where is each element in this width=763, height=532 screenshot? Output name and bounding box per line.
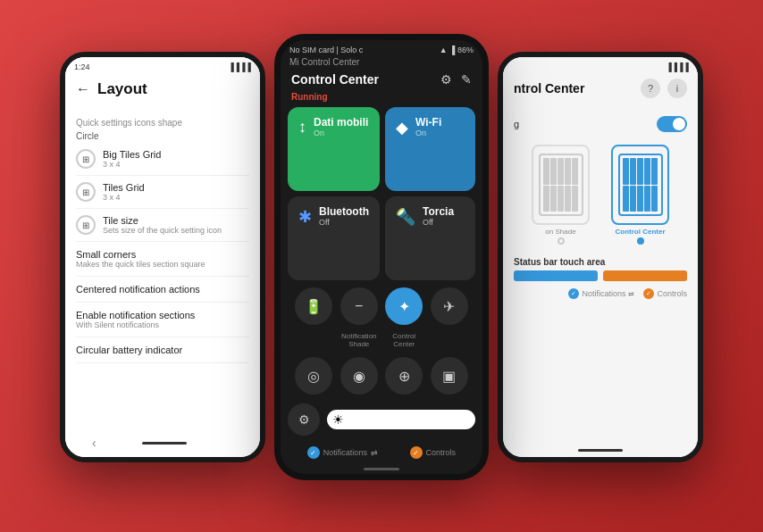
tiles-grid: ↕ Dati mobili On ◆ Wi-Fi On ✱ [281, 107, 482, 280]
control-center-radio[interactable] [637, 237, 644, 245]
control-center-option[interactable]: Control Center [611, 145, 669, 245]
center-carrier: No SIM card | Solo c [289, 46, 363, 54]
big-tiles-label: Big Tiles Grid [103, 149, 161, 160]
toggle-row: g [514, 111, 687, 137]
cast-btn[interactable]: ▣ [431, 357, 468, 395]
minus-btn[interactable]: − [340, 287, 378, 325]
center-home-bar [364, 468, 399, 470]
mobile-data-text: Dati mobili On [314, 116, 368, 137]
left-screen: 1:24 ▐▐▐▐ ← Layout Quick settings icons … [65, 57, 260, 457]
plus-btn[interactable]: ⊕ [385, 357, 423, 395]
torch-status: Off [423, 218, 454, 227]
airplane-btn[interactable]: ✈ [431, 287, 468, 325]
wifi-label: Wi-Fi [415, 116, 441, 129]
small-corners-row[interactable]: Small corners Makes the quick tiles sect… [76, 242, 249, 277]
right-header: ntrol Center ? i [503, 73, 698, 104]
left-status-bar: 1:24 ▐▐▐▐ [65, 57, 260, 73]
enable-notif-label: Enable notification sections [76, 310, 249, 320]
notif-arrow-icon: ⇄ [371, 448, 378, 457]
notif-shade-label: on Shade [545, 228, 575, 236]
control-center-illustration [611, 145, 669, 225]
circular-battery-row[interactable]: Circular battery indicator [76, 337, 249, 363]
notif-bar-check: ✓ [568, 288, 579, 299]
battery-btn[interactable]: 🔋 [295, 287, 332, 325]
hotspot-btn[interactable]: ◉ [340, 357, 378, 395]
right-screen: ▐▐▐▐ ntrol Center ? i g [503, 57, 698, 457]
bluetooth-status: Off [319, 218, 369, 227]
circles-row2: ◎ ◉ ⊕ ▣ [281, 353, 482, 398]
wifi-text: Wi-Fi On [415, 116, 441, 137]
main-toggle[interactable] [657, 116, 687, 132]
tile-mobile-data[interactable]: ↕ Dati mobili On [288, 107, 380, 191]
centered-notif-label: Centered notification actions [76, 284, 249, 295]
label-control-center: Control Center [385, 332, 423, 348]
notif-bar-arrow: ⇄ [628, 290, 634, 298]
tiles-grid-row[interactable]: ⊞ Tiles Grid 3 x 4 [76, 176, 249, 209]
brightness-row: ⚙ ☀ [281, 398, 482, 441]
circles-row1: 🔋 − ✦ ✈ [281, 280, 482, 332]
help-btn[interactable]: ? [641, 79, 660, 98]
controls-label-item: ✓ Controls [643, 288, 687, 299]
notifications-label-item: ✓ Notifications ⇄ [568, 288, 634, 299]
tile-wifi[interactable]: ◆ Wi-Fi On [385, 107, 475, 191]
left-home-bar [142, 442, 187, 445]
right-wifi-icon: ▐▐▐▐ [666, 62, 689, 71]
location-btn[interactable]: ◎ [295, 357, 332, 395]
label-empty2 [431, 332, 468, 348]
big-tiles-grid-row[interactable]: ⊞ Big Tiles Grid 3 x 4 [76, 143, 249, 176]
center-title: Control Center [291, 72, 379, 87]
tiles-grid-label: Tiles Grid [103, 182, 145, 193]
torch-label: Torcia [423, 205, 454, 218]
enable-notif-row[interactable]: Enable notification sections With Silent… [76, 303, 249, 337]
wifi-icon: ◆ [396, 118, 408, 137]
running-label: Running [281, 92, 482, 107]
notif-shade-radio[interactable] [558, 237, 565, 245]
wifi-status: On [415, 129, 441, 137]
controls-bar-label: Controls [657, 289, 687, 298]
notifications-bar-label: Notifications [582, 289, 625, 298]
bluetooth-text: Bluetooth Off [319, 205, 369, 227]
left-time: 1:24 [74, 62, 90, 71]
bluetooth-label: Bluetooth [319, 205, 369, 218]
notif-shade-option[interactable]: on Shade [532, 145, 590, 245]
center-screen: No SIM card | Solo c ▲ ▐ 86% Mi Control … [281, 40, 482, 474]
settings-icon[interactable]: ⚙ [440, 72, 452, 87]
notifications-tab[interactable]: ✓ Notifications ⇄ [307, 446, 378, 459]
edit-icon[interactable]: ✎ [461, 72, 472, 87]
tile-size-row[interactable]: ⊞ Tile size Sets size of the quick setti… [76, 209, 249, 242]
phone-right: ▐▐▐▐ ntrol Center ? i g [498, 52, 703, 462]
notif-shade-illustration [532, 145, 590, 225]
center-header: Control Center ⚙ ✎ [281, 69, 482, 92]
status-bar-section-title: Status bar touch area [514, 252, 687, 270]
mobile-data-status: On [314, 129, 368, 137]
right-content: g [503, 104, 698, 444]
circular-battery-label: Circular battery indicator [76, 345, 249, 355]
right-status-bar: ▐▐▐▐ [503, 57, 698, 73]
center-status-bar: No SIM card | Solo c ▲ ▐ 86% [281, 40, 482, 57]
tile-bluetooth[interactable]: ✱ Bluetooth Off [288, 196, 380, 280]
app-name: Mi Control Center [281, 57, 482, 69]
notif-shade-inner [539, 154, 583, 216]
notif-check-icon: ✓ [307, 446, 320, 459]
quick-settings-shape-label: Quick settings icons shape [76, 118, 249, 128]
brightness-bar[interactable]: ☀ [327, 410, 475, 429]
big-tiles-sub: 3 x 4 [103, 160, 161, 169]
mobile-data-label: Dati mobili [314, 116, 368, 129]
tile-torch[interactable]: 🔦 Torcia Off [385, 196, 475, 280]
info-btn[interactable]: i [667, 79, 687, 98]
tiles-grid-text: Tiles Grid 3 x 4 [103, 182, 145, 202]
centered-notif-row[interactable]: Centered notification actions [76, 277, 249, 303]
settings-circle-btn[interactable]: ⚙ [288, 403, 320, 436]
left-nav-bar: ‹ [65, 428, 260, 457]
control-center-inner [618, 154, 663, 216]
center-header-icons: ⚙ ✎ [440, 72, 472, 87]
phone-center: No SIM card | Solo c ▲ ▐ 86% Mi Control … [274, 34, 489, 480]
tiles-grid-sub: 3 x 4 [103, 193, 145, 202]
back-icon[interactable]: ← [76, 81, 90, 97]
controls-tab[interactable]: ✓ Controls [410, 446, 457, 459]
left-signal: ▐▐▐▐ [228, 62, 251, 71]
tile-size-label: Tile size [103, 215, 222, 226]
left-nav-arrow[interactable]: ‹ [92, 436, 96, 450]
control-center-btn[interactable]: ✦ [385, 287, 423, 325]
notif-tab-label: Notifications [323, 448, 367, 457]
